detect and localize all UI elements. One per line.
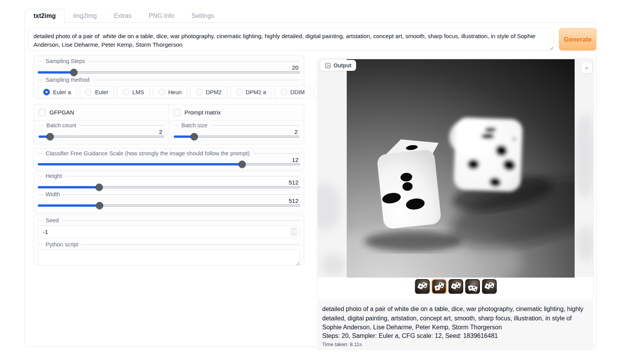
- radio-label: DPM2 a: [246, 89, 266, 95]
- radio-label: Heun: [168, 89, 182, 95]
- slider-handle[interactable]: [238, 161, 246, 168]
- gfpgan-label: GFPGAN: [49, 109, 74, 116]
- close-icon: ×: [585, 65, 589, 71]
- thumbnail-dice-scatter[interactable]: [465, 279, 480, 294]
- sampling-option-lms[interactable]: LMS: [117, 86, 150, 98]
- cfg-group: Classifier Free Guidance Scale (how stro…: [34, 148, 304, 170]
- cfg-label: Classifier Free Guidance Scale (how stro…: [38, 150, 300, 157]
- batch-count-value: 2: [39, 128, 164, 135]
- prompt-input[interactable]: detailed photo of a pair of white die on…: [28, 28, 554, 51]
- sampling-steps-slider[interactable]: [38, 71, 300, 74]
- radio-icon[interactable]: [236, 89, 243, 95]
- tab-bar: txt2imgimg2imgExtrasPNG InfoSettings: [25, 9, 222, 23]
- slider-handle[interactable]: [46, 133, 54, 141]
- txt2img-panel: detailed photo of a pair of white die on…: [25, 22, 596, 347]
- height-label: Height: [38, 173, 300, 179]
- thumbnail-dice-tilted[interactable]: [482, 279, 497, 294]
- sampling-option-ddim[interactable]: DDIM: [275, 86, 310, 98]
- caption-time: Time taken: 8.11s: [322, 341, 588, 347]
- radio-icon[interactable]: [43, 89, 50, 95]
- radio-label: Euler: [95, 89, 108, 95]
- width-value: 512: [38, 197, 300, 204]
- batch-group: GFPGAN Prompt matrix Batch count 2: [34, 104, 304, 144]
- slider-handle[interactable]: [95, 184, 103, 191]
- radio-icon[interactable]: [159, 89, 165, 95]
- sampling-method-label: Sampling method: [38, 77, 300, 83]
- caption-params: Steps: 20, Sampler: Euler a, CFG scale: …: [322, 332, 588, 339]
- app-root: txt2imgimg2imgExtrasPNG InfoSettings det…: [0, 0, 621, 364]
- prompt-matrix-label: Prompt matrix: [185, 109, 221, 116]
- cfg-value: 12: [38, 157, 300, 163]
- size-group: Height 512 Width 512: [34, 171, 304, 213]
- image-icon: [325, 63, 331, 69]
- radio-label: DDIM: [290, 89, 305, 95]
- tab-PNG Info[interactable]: PNG Info: [140, 9, 183, 23]
- radio-icon[interactable]: [85, 89, 92, 95]
- height-slider[interactable]: [38, 186, 300, 188]
- gallery-right-margin: [574, 59, 593, 277]
- sampling-option-dpm2[interactable]: DPM2: [191, 86, 227, 98]
- sampling-option-dpm2-a[interactable]: DPM2 a: [231, 86, 272, 98]
- thumbnail-dice-pair[interactable]: [432, 279, 446, 294]
- radio-label: LMS: [132, 89, 144, 95]
- slider-handle[interactable]: [70, 69, 78, 76]
- caption-prompt: detailed photo of a pair of white die on…: [322, 304, 588, 332]
- python-script-input[interactable]: [38, 250, 300, 266]
- thumbnail-dice-collage[interactable]: [415, 279, 430, 294]
- mini-die: [471, 285, 478, 292]
- thumbnail-strip: [317, 279, 594, 294]
- dice-photo-art: [347, 59, 575, 278]
- output-gallery: Output ×: [317, 58, 594, 300]
- radio-icon[interactable]: [281, 89, 287, 95]
- tab-img2img[interactable]: img2img: [65, 9, 105, 23]
- sampling-option-euler[interactable]: Euler: [80, 86, 114, 98]
- batch-size-cell: Batch size 2: [169, 121, 304, 144]
- batch-size-slider[interactable]: [174, 135, 300, 138]
- sampling-steps-value: 20: [38, 64, 300, 71]
- output-caption: detailed photo of a pair of white die on…: [317, 301, 594, 350]
- width-label: Width: [38, 191, 300, 197]
- generate-button[interactable]: Generate: [559, 28, 596, 51]
- tab-Extras[interactable]: Extras: [105, 9, 140, 23]
- height-value: 512: [38, 179, 300, 186]
- seed-script-group: Seed ⌃⌄ Python script: [34, 214, 304, 265]
- slider-handle[interactable]: [96, 202, 103, 209]
- generated-image[interactable]: [347, 59, 575, 278]
- seed-input[interactable]: [38, 225, 300, 238]
- seed-label: Seed: [38, 217, 300, 223]
- slider-handle[interactable]: [191, 133, 198, 141]
- chevron-down-icon[interactable]: ⌄: [292, 232, 295, 235]
- prompt-matrix-checkbox[interactable]: [174, 109, 181, 116]
- width-slider[interactable]: [38, 204, 300, 207]
- radio-label: Euler a: [53, 89, 71, 95]
- sampling-option-euler-a[interactable]: Euler a: [38, 86, 76, 98]
- prompt-matrix-option[interactable]: Prompt matrix: [169, 104, 304, 121]
- close-button[interactable]: ×: [581, 62, 592, 73]
- sampling-group: Sampling Steps 20 Sampling method Euler …: [34, 55, 304, 98]
- tab-txt2img[interactable]: txt2img: [25, 9, 65, 23]
- radio-icon[interactable]: [196, 89, 203, 95]
- tab-Settings[interactable]: Settings: [183, 9, 223, 23]
- output-panel: Output × detailed photo of a pair of whi…: [317, 58, 594, 343]
- sampling-option-heun[interactable]: Heun: [153, 86, 187, 98]
- seed-spinner[interactable]: ⌃⌄: [290, 227, 298, 237]
- gfpgan-option[interactable]: GFPGAN: [34, 104, 169, 121]
- batch-size-label: Batch size: [174, 122, 300, 128]
- sampling-steps-label: Sampling Steps: [38, 58, 300, 64]
- batch-count-slider[interactable]: [39, 135, 164, 138]
- gfpgan-checkbox[interactable]: [39, 109, 46, 116]
- radio-icon[interactable]: [123, 89, 129, 95]
- python-script-label: Python script: [38, 241, 300, 248]
- radio-label: DPM2: [206, 89, 221, 95]
- output-label: Output: [320, 60, 356, 71]
- cfg-slider[interactable]: [38, 163, 300, 165]
- batch-count-cell: Batch count 2: [34, 121, 169, 144]
- thumbnail-dice-on-table[interactable]: [448, 279, 463, 294]
- sampling-method-options: Euler aEulerLMSHeunDPM2DPM2 aDDIMPLMS: [38, 86, 300, 98]
- gallery-left-margin: [318, 59, 347, 277]
- batch-count-label: Batch count: [39, 122, 164, 128]
